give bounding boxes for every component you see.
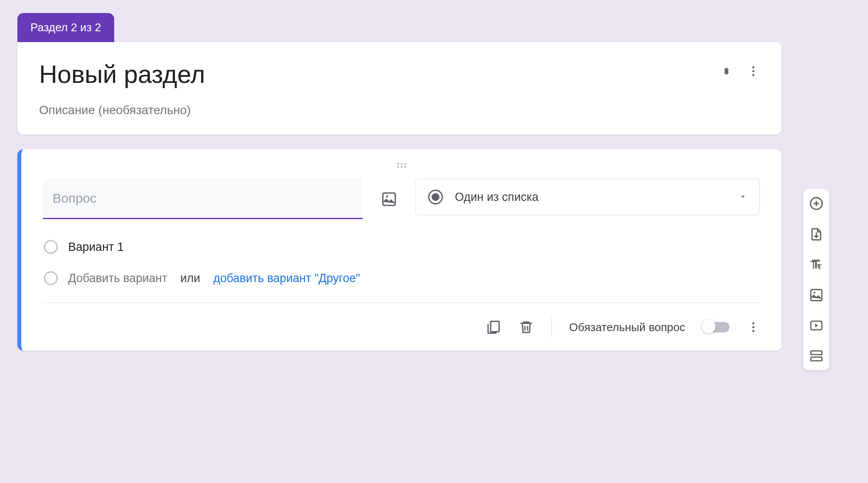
question-title-input[interactable] [43, 179, 363, 219]
question-type-label: Один из списка [455, 191, 727, 204]
svg-text:T: T [818, 263, 822, 271]
svg-point-8 [404, 166, 406, 168]
radio-icon [428, 190, 443, 204]
section-badge: Раздел 2 из 2 [17, 13, 114, 42]
add-section-icon[interactable] [809, 348, 824, 363]
add-video-icon[interactable] [809, 318, 824, 333]
section-header-card: Новый раздел Описание (необязательно) [17, 42, 782, 135]
svg-text:T: T [810, 259, 817, 271]
radio-empty-icon [44, 271, 58, 285]
svg-point-3 [397, 163, 399, 164]
svg-rect-18 [811, 289, 822, 301]
svg-point-2 [752, 74, 755, 76]
section-title[interactable]: Новый раздел [39, 59, 720, 89]
svg-point-0 [752, 66, 755, 69]
divider [43, 302, 760, 303]
required-label: Обязательный вопрос [569, 321, 685, 334]
more-vert-icon[interactable] [747, 65, 760, 78]
options-list: Вариант 1 Добавить вариант или добавить … [43, 240, 760, 285]
required-toggle[interactable] [703, 322, 729, 332]
svg-point-5 [404, 163, 406, 164]
question-card: Один из списка Вариант 1 Добавить вариан… [17, 149, 782, 351]
collapse-section-icon[interactable] [720, 65, 733, 78]
add-option-button[interactable]: Добавить вариант [68, 272, 167, 285]
svg-point-14 [752, 330, 755, 332]
svg-rect-21 [811, 351, 822, 355]
add-option-row: Добавить вариант или добавить вариант "Д… [44, 271, 760, 285]
option-label[interactable]: Вариант 1 [68, 240, 124, 254]
svg-rect-22 [811, 357, 822, 361]
svg-point-7 [400, 166, 402, 168]
svg-point-13 [752, 326, 755, 329]
add-question-icon[interactable] [809, 196, 824, 211]
add-other-link[interactable]: добавить вариант "Другое" [213, 272, 360, 285]
svg-point-12 [752, 322, 755, 325]
svg-point-10 [386, 195, 388, 197]
svg-rect-11 [491, 322, 499, 332]
add-title-icon[interactable]: TT [809, 257, 824, 272]
section-header-row: Новый раздел [39, 59, 760, 89]
caret-down-icon [739, 191, 747, 204]
vertical-divider [551, 317, 552, 338]
or-text: или [180, 272, 200, 285]
question-input-wrap [43, 179, 363, 219]
add-image-icon[interactable] [809, 288, 824, 302]
svg-point-6 [397, 166, 399, 168]
form-editor: Раздел 2 из 2 Новый раздел Описание (нео… [17, 13, 782, 351]
section-description[interactable]: Описание (необязательно) [39, 103, 760, 117]
question-footer: Обязательный вопрос [43, 312, 760, 343]
svg-point-19 [814, 292, 815, 293]
question-header-row: Один из списка [43, 179, 760, 219]
radio-empty-icon [44, 240, 58, 254]
svg-point-1 [752, 70, 755, 72]
question-type-dropdown[interactable]: Один из списка [416, 179, 760, 215]
add-question-image-icon[interactable] [376, 179, 402, 207]
duplicate-icon[interactable] [485, 319, 501, 335]
side-toolbar: TT [803, 189, 829, 370]
import-questions-icon[interactable] [809, 227, 824, 242]
svg-rect-9 [383, 193, 395, 206]
more-vert-icon[interactable] [747, 321, 760, 334]
option-row[interactable]: Вариант 1 [44, 240, 760, 254]
svg-point-4 [400, 163, 402, 164]
drag-handle-icon[interactable] [43, 161, 760, 171]
section-header-actions [720, 59, 760, 78]
delete-icon[interactable] [518, 319, 534, 335]
